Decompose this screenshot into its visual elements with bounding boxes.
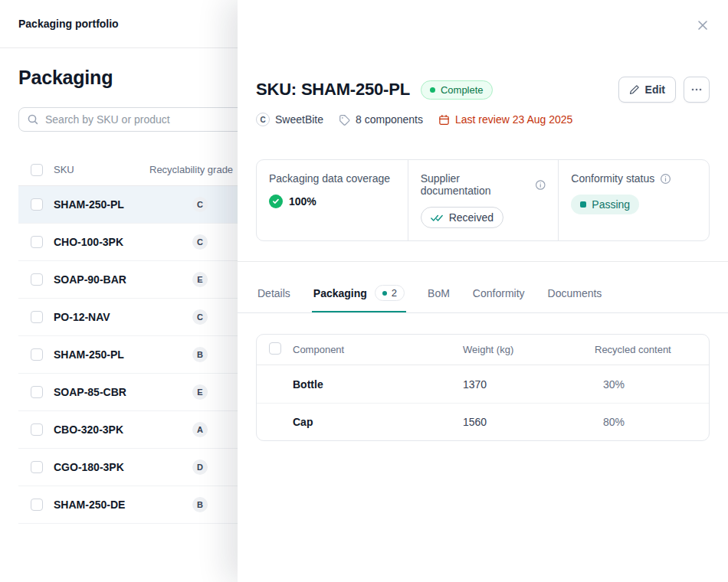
- app-root: Packaging portfolio Packaging SKU Recycl…: [0, 0, 728, 582]
- tab-conformity[interactable]: Conformity: [471, 273, 526, 312]
- components-select-all-checkbox[interactable]: [269, 342, 281, 355]
- row-checkbox[interactable]: [31, 499, 43, 511]
- grade-badge: B: [192, 497, 208, 512]
- status-badge-label: Complete: [441, 84, 484, 96]
- column-header-sku: SKU: [54, 164, 149, 175]
- component-row[interactable]: Bottle 1370 30%: [257, 365, 709, 403]
- weight-cell: 1560: [463, 416, 595, 428]
- section-divider: [238, 261, 728, 262]
- stat-coverage-value: 100%: [289, 195, 316, 208]
- column-header-component: Component: [293, 344, 463, 355]
- passing-square-icon: [580, 201, 586, 208]
- stat-conformity: Conformity status Passing: [558, 160, 709, 240]
- row-checkbox[interactable]: [31, 198, 43, 211]
- sku-cell: CBO-320-3PK: [54, 423, 149, 436]
- row-checkbox[interactable]: [31, 236, 43, 248]
- row-checkbox[interactable]: [31, 386, 43, 398]
- weight-cell: 1370: [463, 378, 595, 391]
- info-icon[interactable]: [535, 179, 546, 191]
- recycled-cell: 80%: [595, 416, 709, 428]
- sku-cell: PO-12-NAV: [54, 311, 149, 323]
- passing-pill: Passing: [571, 195, 639, 214]
- drawer-actions: Edit: [618, 77, 710, 103]
- row-checkbox[interactable]: [31, 423, 43, 436]
- search-icon: [27, 113, 39, 126]
- brand-meta: C SweetBite: [256, 113, 323, 126]
- sku-cell: CHO-100-3PK: [54, 236, 149, 248]
- received-pill-label: Received: [449, 211, 494, 224]
- select-all-checkbox[interactable]: [31, 164, 43, 176]
- drawer-tabs: Details Packaging 2 BoM Conformity Docum…: [238, 273, 728, 313]
- drawer-title: SKU: SHAM-250-PL: [256, 80, 410, 100]
- row-checkbox[interactable]: [31, 348, 43, 361]
- more-icon: [690, 83, 703, 96]
- edit-button-label: Edit: [645, 83, 665, 96]
- grade-badge: A: [192, 422, 208, 437]
- row-checkbox[interactable]: [31, 273, 43, 286]
- tab-packaging-badge: 2: [375, 285, 405, 301]
- sku-cell: SHAM-250-DE: [54, 499, 149, 511]
- check-circle-icon: [269, 195, 283, 208]
- tab-packaging[interactable]: Packaging 2: [312, 273, 406, 312]
- stat-conformity-label: Conformity status: [571, 172, 654, 185]
- status-badge: Complete: [421, 80, 493, 100]
- tab-bom[interactable]: BoM: [426, 273, 451, 312]
- badge-dot-icon: [382, 291, 387, 296]
- row-checkbox[interactable]: [31, 311, 43, 323]
- grade-badge: C: [192, 234, 208, 250]
- row-checkbox[interactable]: [31, 461, 43, 473]
- sku-cell: CGO-180-3PK: [54, 461, 149, 473]
- drawer-header: SKU: SHAM-250-PL Complete Edit: [256, 77, 710, 103]
- recycled-cell: 30%: [595, 378, 709, 391]
- component-cell: Cap: [293, 416, 463, 428]
- components-meta: 8 components: [339, 113, 423, 126]
- received-pill: Received: [421, 207, 503, 228]
- components-count: 8 components: [356, 113, 423, 126]
- tab-documents[interactable]: Documents: [546, 273, 604, 312]
- more-button[interactable]: [684, 77, 710, 103]
- topbar-title: Packaging portfolio: [18, 18, 119, 30]
- calendar-icon: [438, 114, 450, 126]
- stat-coverage-label: Packaging data coverage: [269, 172, 390, 185]
- sku-cell: SOAP-85-CBR: [54, 386, 149, 398]
- brand-name: SweetBite: [275, 113, 323, 126]
- grade-badge: E: [192, 272, 208, 287]
- components-table: Component Weight (kg) Recycled content B…: [256, 334, 710, 441]
- column-header-weight: Weight (kg): [463, 344, 595, 355]
- stat-supplier-doc-label: Supplier documentation: [421, 172, 530, 197]
- column-header-recycled: Recycled content: [595, 344, 709, 355]
- detail-drawer: SKU: SHAM-250-PL Complete Edit: [238, 0, 728, 582]
- sku-cell: SHAM-250-PL: [54, 348, 149, 361]
- double-check-icon: [431, 214, 444, 222]
- edit-button[interactable]: Edit: [618, 77, 676, 103]
- component-cell: Bottle: [293, 378, 463, 391]
- grade-badge: C: [192, 197, 208, 212]
- close-icon: [696, 18, 710, 32]
- sku-cell: SHAM-250-PL: [54, 198, 149, 211]
- status-dot-icon: [430, 87, 435, 93]
- grade-badge: D: [192, 459, 208, 475]
- last-review-meta: Last review 23 Aug 2025: [438, 113, 572, 126]
- pencil-icon: [629, 84, 640, 95]
- info-icon[interactable]: [660, 173, 671, 185]
- grade-badge: E: [192, 384, 208, 400]
- sku-cell: SOAP-90-BAR: [54, 273, 149, 286]
- stat-coverage: Packaging data coverage 100%: [257, 160, 408, 240]
- tag-icon: [339, 114, 350, 126]
- grade-badge: B: [192, 347, 208, 362]
- tab-details[interactable]: Details: [256, 273, 292, 312]
- last-review-text: Last review 23 Aug 2025: [455, 113, 572, 126]
- stats-card: Packaging data coverage 100% Supplier do…: [256, 159, 710, 241]
- brand-avatar: C: [256, 113, 270, 126]
- passing-pill-label: Passing: [592, 198, 630, 211]
- drawer-meta: C SweetBite 8 components Last review 23 …: [256, 113, 710, 126]
- component-row[interactable]: Cap 1560 80%: [257, 403, 709, 440]
- stat-supplier-doc: Supplier documentation Received: [408, 160, 559, 240]
- grade-badge: C: [192, 309, 208, 325]
- components-table-header: Component Weight (kg) Recycled content: [257, 335, 709, 365]
- close-button[interactable]: [694, 17, 711, 34]
